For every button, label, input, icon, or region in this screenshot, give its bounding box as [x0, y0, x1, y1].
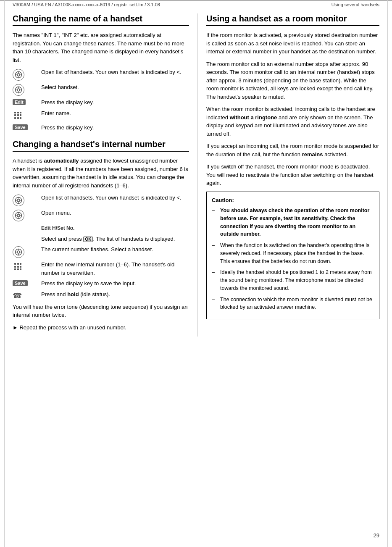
- caution-dash-3: –: [212, 268, 217, 292]
- step-icon-4: [13, 109, 38, 121]
- step-text-2: Select handset.: [41, 83, 189, 92]
- step-row-1: Open list of handsets. Your own handset …: [13, 68, 189, 81]
- step-text-1: Open list of handsets. Your own handset …: [41, 68, 189, 76]
- svg-point-13: [17, 199, 20, 202]
- step-row-5: Save Press the display key.: [13, 124, 189, 132]
- caution-title: Caution:: [212, 196, 374, 205]
- right-para-5: If you switch off the handset, the room …: [206, 163, 379, 187]
- caution-dash-1: –: [212, 207, 217, 238]
- caution-text-1: You should always check the operation of…: [220, 207, 374, 238]
- after-steps-2: ► Repeat the process with an unused numb…: [13, 323, 189, 332]
- save-key-2: Save: [13, 280, 28, 286]
- step-row-a: Open list of handsets. Your own handset …: [13, 194, 189, 206]
- caution-dash-4: –: [212, 296, 217, 312]
- right-para-1: If the room monitor is activated, a prev…: [206, 31, 379, 56]
- nav-icon-1: [13, 69, 24, 81]
- caution-dash-2: –: [212, 242, 217, 265]
- nav-icon-a: [13, 195, 24, 206]
- step-icon-g: ☎: [13, 290, 38, 300]
- left-margin-line: [4, 0, 5, 547]
- step-icon-edit-hset: [13, 224, 38, 225]
- step-text-g: Press and hold (idle status).: [41, 290, 189, 299]
- after-steps-1: You will hear the error tone (descending…: [13, 303, 189, 319]
- header-bar: V300AM / USA EN / A31008-xxxxx-xxxx-x-60…: [0, 0, 392, 9]
- step-icon-f: Save: [13, 279, 38, 286]
- content-area: Changing the name of a handset The names…: [0, 9, 392, 349]
- section-change-number-intro: A handset is automatically assigned the …: [13, 157, 189, 189]
- step-text-edit-hset: Edit H/Set No.: [41, 224, 189, 232]
- keypad-icon-1: [13, 110, 24, 121]
- step-icon-a: [13, 194, 38, 206]
- caution-item-3: – Ideally the handset should be position…: [212, 268, 374, 292]
- right-para-4: If you accept an incoming call, the room…: [206, 142, 379, 158]
- caution-text-3: Ideally the handset should be positioned…: [220, 268, 374, 292]
- step-icon-e: [13, 260, 38, 272]
- step-text-a: Open list of handsets. Your own handset …: [41, 194, 189, 202]
- step-row-c: Select and press OK. The list of handset…: [13, 235, 189, 243]
- step-icon-d: [13, 245, 38, 258]
- step-text-d: The current number flashes. Select a han…: [41, 245, 189, 254]
- step-row-g: ☎ Press and hold (idle status).: [13, 290, 189, 300]
- keypad-icon-2: [13, 261, 24, 272]
- nav-icon-b: [13, 210, 24, 221]
- edit-key: Edit: [13, 99, 26, 105]
- step-row-2: Select handset.: [13, 83, 189, 96]
- nav-icon-d: [13, 246, 24, 258]
- header-section: Using several handsets: [331, 2, 379, 7]
- header-path: V300AM / USA EN / A31008-xxxxx-xxxx-x-60…: [13, 2, 160, 7]
- step-text-b: Open menu.: [41, 209, 189, 217]
- right-column: Using a handset as a room monitor If the…: [197, 13, 379, 337]
- step-row-e: Enter the new internal number (1–6). The…: [13, 260, 189, 277]
- step-icon-c: [13, 235, 38, 236]
- section-change-name: Changing the name of a handset The names…: [13, 13, 189, 131]
- caution-text-4: The connection to which the room monitor…: [220, 296, 374, 312]
- step-icon-2: [13, 83, 38, 96]
- step-text-c: Select and press OK. The list of handset…: [41, 235, 189, 243]
- right-margin-line: [387, 0, 388, 547]
- svg-point-1: [17, 74, 20, 76]
- caution-box: Caution: – You should always check the o…: [206, 192, 379, 320]
- section-change-name-intro: The names "INT 1", "INT 2" etc. are assi…: [13, 31, 189, 64]
- step-row-b: Open menu.: [13, 209, 189, 221]
- right-section-title: Using a handset as a room monitor: [206, 13, 379, 26]
- svg-point-7: [17, 89, 20, 91]
- section-change-number: Changing a handset's internal number A h…: [13, 139, 189, 331]
- caution-text-2: When the function is switched on the han…: [220, 242, 374, 265]
- step-icon-5: Save: [13, 124, 38, 130]
- step-text-e: Enter the new internal number (1–6). The…: [41, 260, 189, 277]
- left-column: Changing the name of a handset The names…: [13, 13, 189, 337]
- page-container: V300AM / USA EN / A31008-xxxxx-xxxx-x-60…: [0, 0, 392, 547]
- step-row-4: Enter name.: [13, 109, 189, 121]
- step-text-4: Enter name.: [41, 109, 189, 118]
- step-icon-3: Edit: [13, 98, 38, 105]
- right-para-2: The room monitor call to an external num…: [206, 60, 379, 101]
- step-text-3: Press the display key.: [41, 98, 189, 107]
- caution-item-4: – The connection to which the room monit…: [212, 296, 374, 312]
- footer-page-number: 29: [374, 532, 379, 539]
- nav-icon-2: [13, 84, 24, 96]
- svg-point-19: [17, 214, 20, 217]
- ok-key: OK: [83, 237, 93, 242]
- step-icon-1: [13, 68, 38, 81]
- step-icon-b: [13, 209, 38, 221]
- hold-icon: ☎: [13, 291, 22, 300]
- caution-item-2: – When the function is switched on the h…: [212, 242, 374, 265]
- step-row-f: Save Press the display key to save the i…: [13, 279, 189, 288]
- section-change-number-title: Changing a handset's internal number: [13, 139, 189, 152]
- svg-point-25: [17, 251, 20, 253]
- section-change-name-title: Changing the name of a handset: [13, 13, 189, 26]
- step-text-f: Press the display key to save the input.: [41, 279, 189, 288]
- caution-item-1: – You should always check the operation …: [212, 207, 374, 238]
- step-text-5: Press the display key.: [41, 124, 189, 132]
- step-row-3: Edit Press the display key.: [13, 98, 189, 107]
- save-key-1: Save: [13, 124, 28, 130]
- step-row-edit-hset: Edit H/Set No.: [13, 224, 189, 232]
- right-para-3: When the room monitor is activated, inco…: [206, 105, 379, 138]
- step-row-d: The current number flashes. Select a han…: [13, 245, 189, 258]
